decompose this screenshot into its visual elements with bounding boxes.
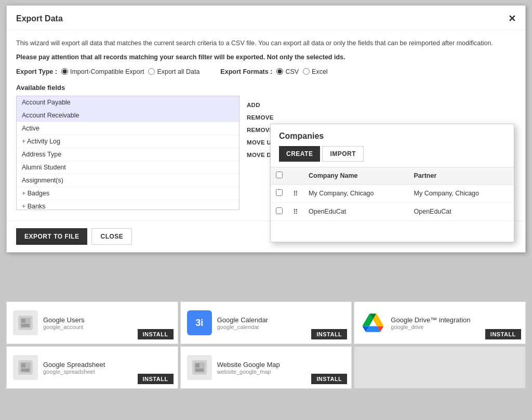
google-drive-icon bbox=[363, 313, 383, 332]
format-csv-label: CSV bbox=[285, 68, 299, 75]
companies-popup: Companies CREATE IMPORT Company Name Par… bbox=[270, 124, 514, 242]
export-compatible-label: Import-Compatible Export bbox=[70, 68, 144, 75]
row1-partner: My Company, Chicago bbox=[409, 185, 514, 203]
export-compatible-option[interactable]: Import-Compatible Export bbox=[61, 68, 144, 75]
svg-rect-3 bbox=[21, 324, 30, 327]
svg-rect-6 bbox=[21, 363, 25, 368]
svg-rect-10 bbox=[195, 363, 200, 368]
tile-website-google-map: Website Google Map website_google_map IN… bbox=[180, 346, 352, 389]
field-account-receivable[interactable]: Account Receivable bbox=[17, 109, 239, 122]
row1-checkbox-cell bbox=[271, 185, 288, 203]
install-google-drive-button[interactable]: INSTALL bbox=[485, 329, 521, 339]
field-account-payable[interactable]: Account Payable bbox=[17, 96, 239, 109]
table-row: ⠿ My Company, Chicago My Company, Chicag… bbox=[271, 185, 514, 203]
website-google-map-icon bbox=[187, 355, 212, 380]
intro-text: This wizard will export all data that ma… bbox=[16, 38, 516, 48]
row1-drag-handle[interactable]: ⠿ bbox=[288, 185, 303, 203]
dialog-close-button[interactable]: ✕ bbox=[508, 13, 516, 24]
tile-google-calendar-name: Google Calendar bbox=[217, 316, 345, 324]
field-activity-log[interactable]: Activity Log bbox=[17, 135, 239, 148]
tile-google-spreadsheet-name: Google Spreadsheet bbox=[43, 361, 171, 369]
export-to-file-button[interactable]: EXPORT TO FILE bbox=[16, 228, 87, 245]
export-compatible-radio[interactable] bbox=[61, 68, 68, 75]
tile-google-users-info: Google Users google_account bbox=[43, 316, 171, 330]
field-active[interactable]: Active bbox=[17, 122, 239, 135]
format-csv-radio[interactable] bbox=[276, 68, 283, 75]
svg-rect-11 bbox=[195, 369, 204, 372]
google-calendar-icon: 3i bbox=[187, 310, 212, 335]
table-row: ⠿ OpenEduCat OpenEduCat bbox=[271, 203, 514, 221]
calendar-icon-inner: 3i bbox=[188, 311, 211, 334]
header-drag-col bbox=[288, 167, 303, 185]
row2-partner: OpenEduCat bbox=[409, 203, 514, 221]
create-button[interactable]: CREATE bbox=[279, 146, 320, 162]
companies-table: Company Name Partner ⠿ My Company, Chica… bbox=[271, 167, 514, 221]
field-banks[interactable]: Banks bbox=[17, 200, 239, 210]
options-row: Export Type : Import-Compatible Export E… bbox=[16, 68, 516, 75]
format-excel-radio[interactable] bbox=[303, 68, 310, 75]
popup-footer-spacer bbox=[271, 221, 514, 242]
field-alumni-student[interactable]: Alumni Student bbox=[17, 161, 239, 174]
export-all-radio[interactable] bbox=[148, 68, 155, 75]
header-company-name: Company Name bbox=[303, 167, 409, 185]
export-type-group: Export Type : Import-Compatible Export E… bbox=[16, 68, 200, 75]
dialog-header: Export Data ✕ bbox=[7, 6, 525, 30]
tile-google-drive-name: Google Drive™ integration bbox=[391, 316, 519, 324]
export-type-label: Export Type : bbox=[16, 68, 57, 75]
svg-rect-2 bbox=[21, 319, 25, 323]
tile-google-drive: Google Drive™ integration google_drive I… bbox=[354, 301, 526, 344]
field-assignments[interactable]: Assignment(s) bbox=[17, 174, 239, 187]
select-all-checkbox[interactable] bbox=[276, 172, 283, 178]
tile-google-calendar: 3i Google Calendar google_calendar INSTA… bbox=[180, 301, 352, 344]
format-excel-label: Excel bbox=[312, 68, 328, 75]
export-format-group: Export Formats : CSV Excel bbox=[220, 68, 327, 75]
google-spreadsheet-icon bbox=[13, 355, 38, 380]
tile-empty bbox=[354, 346, 526, 389]
dialog-title: Export Data bbox=[16, 14, 63, 23]
google-users-icon bbox=[13, 310, 38, 335]
tile-google-users: Google Users google_account INSTALL bbox=[6, 301, 178, 344]
import-button[interactable]: IMPORT bbox=[322, 146, 364, 162]
format-excel-option[interactable]: Excel bbox=[303, 68, 328, 75]
svg-rect-7 bbox=[21, 369, 30, 372]
export-all-label: Export all Data bbox=[157, 68, 200, 75]
export-formats-label: Export Formats : bbox=[220, 68, 272, 75]
header-partner: Partner bbox=[409, 167, 514, 185]
tile-website-google-map-name: Website Google Map bbox=[217, 361, 345, 369]
available-fields-list[interactable]: Account Payable Account Receivable Activ… bbox=[16, 96, 240, 210]
tile-google-spreadsheet: Google Spreadsheet google_spreadsheet IN… bbox=[6, 346, 178, 389]
tile-google-drive-info: Google Drive™ integration google_drive bbox=[391, 316, 519, 330]
row2-checkbox[interactable] bbox=[276, 207, 283, 214]
google-drive-icon-container bbox=[361, 310, 385, 335]
remove-button[interactable]: REMOVE bbox=[244, 112, 290, 123]
tile-google-users-name: Google Users bbox=[43, 316, 171, 324]
format-csv-option[interactable]: CSV bbox=[276, 68, 299, 75]
popup-action-bar: CREATE IMPORT bbox=[271, 146, 514, 167]
row2-company-name: OpenEduCat bbox=[303, 203, 409, 221]
row2-drag-handle[interactable]: ⠿ bbox=[288, 203, 303, 221]
close-button[interactable]: CLOSE bbox=[91, 228, 132, 245]
install-google-spreadsheet-button[interactable]: INSTALL bbox=[138, 374, 174, 384]
install-google-users-button[interactable]: INSTALL bbox=[138, 329, 174, 339]
tile-google-calendar-info: Google Calendar google_calendar bbox=[217, 316, 345, 330]
install-google-calendar-button[interactable]: INSTALL bbox=[311, 329, 347, 339]
row2-checkbox-cell bbox=[271, 203, 288, 221]
header-checkbox-col bbox=[271, 167, 288, 185]
available-fields-title: Available fields bbox=[16, 84, 516, 91]
add-button[interactable]: ADD bbox=[244, 100, 290, 110]
install-website-google-map-button[interactable]: INSTALL bbox=[311, 374, 347, 384]
app-tiles: Google Users google_account INSTALL 3i G… bbox=[6, 301, 526, 389]
row1-checkbox[interactable] bbox=[276, 189, 283, 196]
table-header-row: Company Name Partner bbox=[271, 167, 514, 185]
companies-popup-header: Companies bbox=[271, 124, 514, 146]
field-address-type[interactable]: Address Type bbox=[17, 148, 239, 161]
warning-text: Please pay attention that all records ma… bbox=[16, 54, 516, 61]
tile-google-spreadsheet-info: Google Spreadsheet google_spreadsheet bbox=[43, 361, 171, 375]
tile-website-google-map-info: Website Google Map website_google_map bbox=[217, 361, 345, 375]
row1-company-name: My Company, Chicago bbox=[303, 185, 409, 203]
export-all-option[interactable]: Export all Data bbox=[148, 68, 200, 75]
field-badges[interactable]: Badges bbox=[17, 187, 239, 200]
